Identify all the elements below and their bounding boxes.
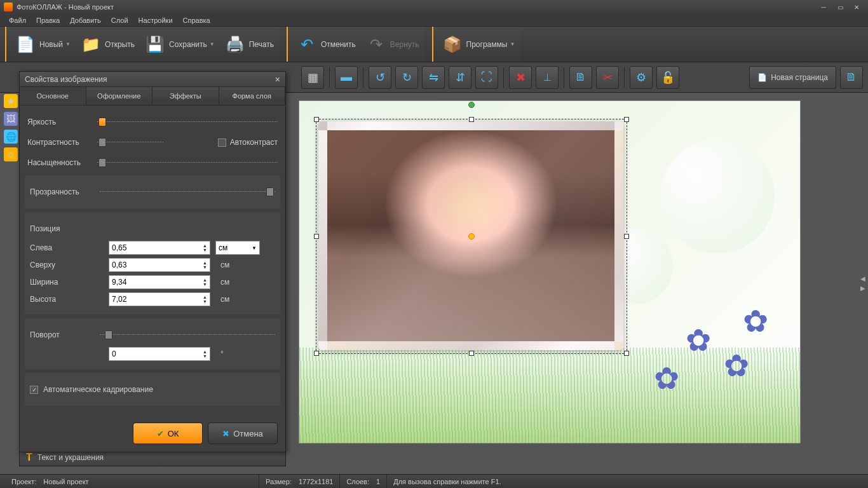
close-icon[interactable]: × — [275, 74, 280, 85]
menu-add[interactable]: Добавить — [65, 15, 106, 25]
globe-category-icon[interactable]: 🌐 — [4, 130, 18, 144]
flip-h-icon[interactable]: ⇋ — [422, 66, 445, 89]
resize-handle[interactable] — [314, 117, 319, 122]
autocrop-label: Автоматическое кадрирование — [43, 385, 153, 394]
status-layers: Слоев: 1 — [340, 475, 387, 488]
minimize-button[interactable]: ─ — [816, 3, 831, 11]
center-handle[interactable] — [468, 233, 475, 240]
resize-handle[interactable] — [624, 234, 629, 239]
width-input[interactable]: 9,34▲▼ — [109, 275, 210, 289]
settings-icon[interactable]: ⚙ — [630, 66, 653, 89]
star-category-icon[interactable]: ★ — [4, 94, 18, 108]
height-label: Высота — [30, 295, 109, 304]
cancel-label: Отмена — [233, 429, 263, 438]
ok-label: ОК — [168, 429, 179, 438]
smile-category-icon[interactable]: ☺ — [4, 147, 18, 161]
autocrop-checkbox[interactable]: ✓ — [30, 386, 38, 394]
status-size: Размер: 1772x1181 — [259, 475, 340, 488]
top-input[interactable]: 0,63▲▼ — [109, 258, 210, 272]
brightness-slider[interactable] — [97, 118, 278, 126]
resize-handle[interactable] — [314, 234, 319, 239]
layer-order-icon[interactable]: ▦ — [301, 66, 324, 89]
save-button[interactable]: 💾 Сохранить ▼ — [140, 30, 220, 59]
arrow-right-icon[interactable]: ▶ — [860, 285, 865, 292]
selection-box[interactable] — [316, 119, 627, 354]
menu-settings[interactable]: Настройки — [133, 15, 178, 25]
unit-select[interactable]: см▼ — [215, 241, 260, 255]
tab-shape[interactable]: Форма слоя — [219, 87, 286, 105]
titlebar: ФотоКОЛЛАЖ - Новый проект ─ ▭ ✕ — [0, 0, 868, 14]
rotation-input[interactable]: 0▲▼ — [109, 347, 210, 361]
programs-label: Программы — [466, 40, 508, 49]
canvas[interactable] — [299, 100, 801, 444]
print-button[interactable]: 🖨️ Печать — [220, 30, 279, 59]
rotation-slider[interactable] — [100, 330, 275, 339]
menu-edit[interactable]: Правка — [31, 15, 65, 25]
resize-handle[interactable] — [469, 117, 474, 122]
fit-icon[interactable]: ⛶ — [475, 66, 498, 89]
autocontrast-checkbox[interactable] — [218, 139, 226, 147]
lock-icon[interactable]: 🔓 — [656, 66, 679, 89]
properties-panel: Свойства изображения × Основное Оформлен… — [19, 71, 286, 452]
redo-button[interactable]: ↷ Вернуть — [361, 30, 424, 59]
left-category-strip: ★ 🖼 🌐 ☺ — [4, 94, 20, 161]
saturation-slider[interactable] — [97, 158, 278, 167]
resize-handle[interactable] — [314, 351, 319, 356]
tab-decoration[interactable]: Оформление — [86, 87, 153, 105]
check-icon: ✔ — [157, 429, 164, 438]
unit-label: см — [215, 295, 260, 304]
delete-icon[interactable]: ✖ — [509, 66, 532, 89]
saturation-label: Насыщенность — [27, 158, 97, 167]
new-page-button[interactable]: 📄 Новая страница — [749, 66, 836, 89]
folder-icon: 📁 — [81, 34, 101, 55]
status-project: Проект: Новый проект — [5, 475, 259, 488]
picture-category-icon[interactable]: 🖼 — [4, 112, 18, 126]
maximize-button[interactable]: ▭ — [832, 3, 848, 11]
tab-main[interactable]: Основное — [20, 87, 86, 105]
align-icon[interactable]: ▬ — [335, 66, 358, 89]
rotate-right-icon[interactable]: ↻ — [395, 66, 418, 89]
page-settings-icon[interactable]: 🗎 — [840, 66, 863, 89]
resize-handle[interactable] — [469, 351, 474, 356]
ok-button[interactable]: ✔ ОК — [133, 423, 203, 444]
cut-icon[interactable]: ✂ — [596, 66, 619, 89]
menubar: Файл Правка Добавить Слой Настройки Спра… — [0, 14, 868, 27]
resize-handle[interactable] — [624, 117, 629, 122]
opacity-label: Прозрачность — [30, 187, 100, 196]
brightness-label: Яркость — [27, 118, 97, 126]
tab-effects[interactable]: Эффекты — [153, 87, 219, 105]
resize-handle[interactable] — [624, 351, 629, 356]
programs-button[interactable]: 📦 Программы ▼ — [437, 30, 520, 59]
box-icon: 📦 — [442, 34, 463, 55]
menu-help[interactable]: Справка — [178, 15, 215, 25]
height-input[interactable]: 7,02▲▼ — [109, 292, 210, 306]
arrow-left-icon[interactable]: ◀ — [860, 275, 865, 282]
redo-label: Вернуть — [390, 40, 419, 49]
opacity-slider[interactable] — [100, 187, 275, 196]
open-button[interactable]: 📁 Открыть — [76, 30, 140, 59]
rotate-handle[interactable] — [468, 102, 475, 108]
flower-decor — [654, 360, 692, 398]
open-label: Открыть — [105, 40, 135, 49]
close-button[interactable]: ✕ — [849, 3, 864, 11]
floppy-icon: 💾 — [145, 34, 165, 55]
menu-layer[interactable]: Слой — [106, 15, 133, 25]
contrast-slider[interactable] — [97, 138, 163, 147]
menu-file[interactable]: Файл — [4, 15, 31, 25]
undo-label: Отменить — [321, 40, 356, 49]
flip-v-icon[interactable]: ⇵ — [449, 66, 471, 89]
rotation-label: Поворот — [30, 330, 100, 339]
chevron-down-icon: ▼ — [210, 41, 215, 47]
undo-icon: ↶ — [297, 34, 317, 55]
replace-icon[interactable]: 🗎 — [569, 66, 592, 89]
rotate-left-icon[interactable]: ↺ — [369, 66, 391, 89]
new-button[interactable]: 📄 Новый ▼ — [10, 30, 76, 59]
panel-header[interactable]: Свойства изображения × — [20, 72, 285, 87]
cancel-button[interactable]: ✖ Отмена — [208, 423, 278, 444]
save-label: Сохранить — [169, 40, 207, 49]
crop-icon[interactable]: ⟂ — [536, 66, 559, 89]
undo-button[interactable]: ↶ Отменить — [292, 30, 361, 59]
new-page-label: Новая страница — [771, 73, 828, 82]
left-input[interactable]: 0,65▲▼ — [109, 241, 210, 255]
flower-decor — [743, 303, 781, 341]
